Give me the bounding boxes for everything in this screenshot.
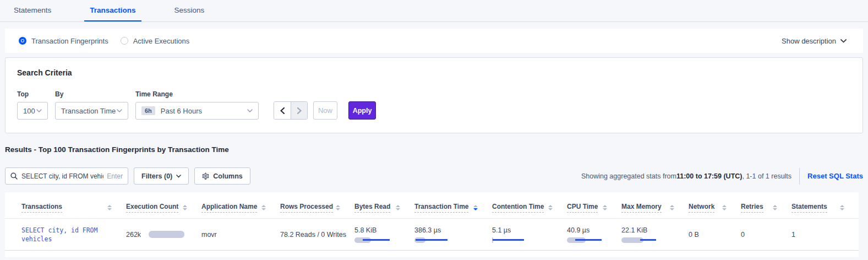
cell-rows-processed: 78.2 Reads / 0 Writes — [280, 230, 354, 239]
show-description-toggle[interactable]: Show description — [782, 37, 847, 45]
sql-line: vehicles — [21, 235, 126, 243]
results-toolbar: SELECT city, id FROM vehicles W Enter Fi… — [5, 167, 863, 185]
column-label: Transaction Time — [414, 203, 468, 213]
sort-icon[interactable] — [548, 205, 553, 210]
rows-processed-value: 78.2 Reads / 0 Writes — [280, 231, 346, 239]
top-value: 100 — [23, 107, 35, 115]
transactions-table: Transactions Execution Count Application… — [5, 192, 859, 257]
sort-icon[interactable] — [773, 205, 777, 210]
bytes-read-value: 5.8 KiB — [354, 226, 414, 234]
sort-icon[interactable] — [670, 205, 674, 210]
page-tabs: Statements Transactions Sessions — [0, 0, 868, 22]
time-prev-button[interactable] — [274, 102, 291, 119]
network-value: 0 B — [689, 231, 699, 239]
filters-button[interactable]: Filters (0) — [134, 167, 189, 185]
column-header-transactions[interactable]: Transactions — [21, 203, 126, 213]
sort-icon[interactable] — [396, 205, 400, 210]
cpu-time-bar — [567, 237, 603, 243]
application-name-value: movr — [201, 231, 217, 239]
column-header-cpu-time[interactable]: CPU Time — [567, 203, 621, 213]
transaction-time-value: 386.3 µs — [414, 226, 492, 234]
column-header-network[interactable]: Network — [689, 203, 741, 213]
search-query-text: SELECT city, id FROM vehicles W — [21, 172, 103, 180]
radio-label: Active Executions — [133, 37, 190, 45]
time-range-select[interactable]: 6h Past 6 Hours — [135, 102, 259, 120]
stats-suffix: , 1-1 of 1 results — [742, 172, 791, 180]
top-field: Top 100 — [17, 90, 48, 120]
radio-transaction-fingerprints[interactable]: Transaction Fingerprints — [19, 37, 108, 45]
time-range-value: Past 6 Hours — [161, 107, 202, 115]
bytes-read-bar — [354, 237, 391, 243]
max-memory-bar — [621, 237, 658, 243]
apply-button[interactable]: Apply — [348, 101, 376, 120]
column-header-retries[interactable]: Retries — [741, 203, 791, 213]
now-button[interactable]: Now — [313, 101, 337, 120]
column-header-bytes-read[interactable]: Bytes Read — [354, 203, 414, 213]
sort-icon[interactable] — [261, 205, 266, 210]
column-label: Application Name — [201, 203, 257, 213]
cell-application-name: movr — [201, 230, 280, 239]
tab-transactions[interactable]: Transactions — [84, 0, 141, 21]
filters-label: Filters (0) — [141, 172, 172, 180]
radio-active-executions[interactable]: Active Executions — [121, 37, 190, 45]
search-enter-hint: Enter — [107, 172, 123, 180]
retries-value: 0 — [741, 231, 745, 239]
time-range-field: Time Range 6h Past 6 Hours — [135, 90, 259, 120]
time-nav-group — [274, 101, 308, 120]
column-label: Max Memory — [621, 203, 662, 213]
show-description-label: Show description — [782, 37, 836, 45]
column-header-contention-time[interactable]: Contention Time — [492, 203, 567, 213]
chevron-right-icon — [297, 107, 302, 114]
column-header-max-memory[interactable]: Max Memory — [621, 203, 689, 213]
cell-max-memory: 22.1 KiB — [621, 226, 689, 243]
results-heading: Results - Top 100 Transaction Fingerprin… — [5, 145, 868, 154]
chevron-down-icon — [36, 109, 42, 112]
tab-sessions[interactable]: Sessions — [169, 0, 210, 21]
sort-icon[interactable] — [840, 205, 844, 210]
search-input[interactable]: SELECT city, id FROM vehicles W Enter — [5, 167, 128, 185]
column-label: Execution Count — [126, 203, 178, 213]
cell-retries: 0 — [741, 230, 791, 239]
column-label: Transactions — [21, 203, 62, 213]
stats-range: 11:00 to 17:59 (UTC) — [676, 172, 742, 180]
contention-time-bar — [492, 237, 528, 243]
cell-bytes-read: 5.8 KiB — [354, 226, 414, 243]
column-header-rows-processed[interactable]: Rows Processed — [280, 203, 354, 213]
chevron-down-icon — [840, 39, 847, 43]
reset-sql-stats-link[interactable]: Reset SQL Stats — [807, 172, 863, 180]
stats-prefix: Showing aggregated stats from — [581, 172, 676, 180]
column-header-statements[interactable]: Statements — [791, 203, 859, 213]
cell-statements: 1 — [791, 230, 859, 239]
column-header-transaction-time[interactable]: Transaction Time — [414, 203, 492, 213]
column-label: Bytes Read — [354, 203, 390, 213]
column-label: CPU Time — [567, 203, 598, 213]
cell-execution-count: 262k — [126, 231, 201, 239]
aggregated-stats-text: Showing aggregated stats from 11:00 to 1… — [581, 168, 863, 185]
sort-icon[interactable] — [603, 205, 607, 210]
by-field: By Transaction Time — [55, 90, 128, 120]
transaction-fingerprint-link[interactable]: SELECT city, id FROM vehicles — [21, 226, 126, 243]
column-header-application-name[interactable]: Application Name — [201, 203, 280, 213]
top-select[interactable]: 100 — [17, 102, 48, 120]
time-next-button[interactable] — [291, 102, 307, 119]
column-label: Statements — [791, 203, 827, 213]
execution-count-bar — [149, 231, 184, 238]
sort-icon[interactable] — [183, 205, 187, 210]
statements-value: 1 — [791, 231, 795, 239]
execution-count-value: 262k — [126, 231, 141, 239]
search-icon — [10, 172, 18, 180]
column-header-execution-count[interactable]: Execution Count — [126, 203, 201, 213]
column-label: Contention Time — [492, 203, 544, 213]
sort-icon[interactable] — [107, 205, 112, 210]
sql-line: SELECT city, id FROM — [21, 226, 126, 235]
sort-icon[interactable] — [473, 205, 478, 210]
by-select[interactable]: Transaction Time — [55, 102, 128, 120]
radio-label: Transaction Fingerprints — [31, 37, 108, 45]
time-range-badge: 6h — [141, 106, 155, 115]
by-label: By — [55, 90, 128, 98]
tab-statements[interactable]: Statements — [14, 0, 57, 21]
sort-icon[interactable] — [336, 205, 340, 210]
time-range-label: Time Range — [135, 90, 259, 98]
columns-button[interactable]: Columns — [194, 167, 250, 185]
sort-icon[interactable] — [722, 205, 727, 210]
